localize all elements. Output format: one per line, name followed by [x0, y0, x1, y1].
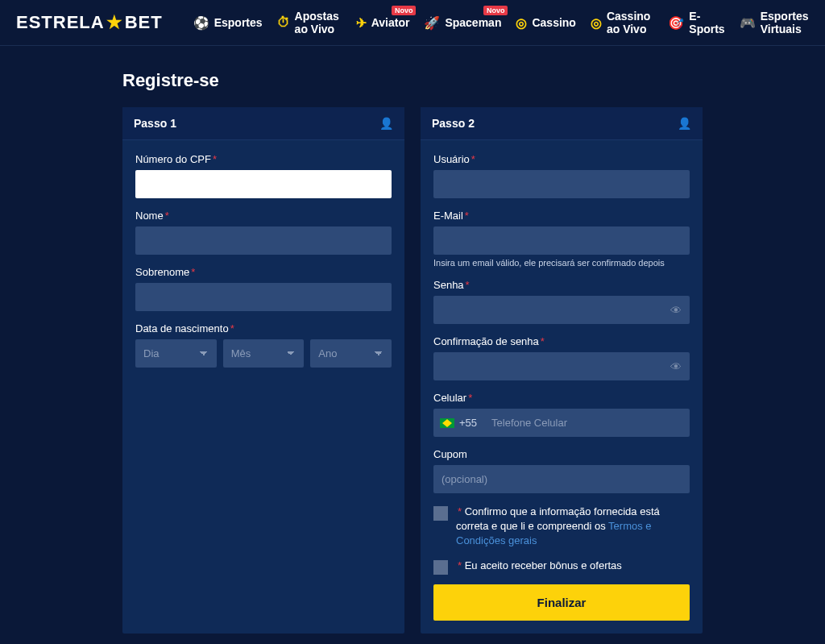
phone-code: +55 [459, 417, 477, 429]
flag-br-icon [440, 418, 454, 428]
phone-label: Celular* [433, 392, 690, 404]
nav-label: Esportes [214, 16, 263, 29]
bonus-text: * Eu aceito receber bônus e ofertas [456, 559, 622, 575]
clock-icon: ⏱ [277, 15, 290, 30]
name-input[interactable] [135, 226, 392, 255]
nav-virtuais[interactable]: 🎮 Esportes Virtuais [740, 10, 809, 35]
soccer-icon: ⚽ [193, 15, 209, 31]
required-asterisk: * [458, 505, 462, 517]
nav-esportes[interactable]: ⚽ Esportes [193, 15, 263, 31]
confirm-password-input[interactable] [433, 352, 690, 380]
nav-label: Spaceman [445, 16, 501, 29]
cpf-label: Número do CPF* [135, 153, 392, 165]
required-asterisk: * [468, 392, 472, 404]
terms-checkbox[interactable] [433, 506, 448, 521]
navbar: ESTRELA ★ BET ⚽ Esportes ⏱ Apostas ao Vi… [0, 0, 825, 46]
dob-label: Data de nascimento* [135, 322, 392, 334]
rocket-icon: 🚀 [424, 15, 440, 31]
email-hint: Insira um email válido, ele precisará se… [433, 258, 690, 268]
surname-input[interactable] [135, 283, 392, 311]
month-select[interactable]: Mês [223, 339, 305, 368]
target-icon: ◎ [591, 15, 602, 31]
name-label: Nome* [135, 210, 392, 222]
panel-step2: Passo 2 👤 Usuário* E-Mail* Insira um ema… [421, 107, 703, 634]
cpf-input[interactable] [135, 170, 392, 198]
required-asterisk: * [191, 266, 195, 278]
plane-icon: ✈ [356, 15, 367, 31]
phone-input[interactable] [483, 409, 690, 437]
gamepad-icon: 🎮 [740, 15, 756, 31]
nav-aviator[interactable]: ✈ Aviator Novo [356, 15, 410, 31]
required-asterisk: * [466, 279, 470, 291]
nav-spaceman[interactable]: 🚀 Spaceman Novo [424, 15, 501, 31]
user-label: Usuário* [433, 153, 690, 165]
password-label: Senha* [433, 279, 690, 291]
badge-novo: Novo [483, 6, 508, 15]
nav-label: Cassino [532, 16, 575, 29]
phone-prefix[interactable]: +55 [433, 409, 483, 437]
badge-novo: Novo [392, 6, 417, 15]
nav-label: Apostas ao Vivo [295, 10, 342, 35]
panel-title: Passo 1 [134, 117, 176, 130]
day-select[interactable]: Dia [135, 339, 217, 368]
bonus-checkbox[interactable] [433, 560, 448, 575]
nav-label: Aviator [371, 16, 410, 29]
coupon-input[interactable] [433, 465, 690, 493]
panel-title: Passo 2 [432, 117, 475, 130]
panel-header-2: Passo 2 👤 [421, 107, 703, 140]
required-asterisk: * [541, 335, 545, 347]
panel-header-1: Passo 1 👤 [122, 107, 404, 140]
panel-step1: Passo 1 👤 Número do CPF* Nome* [122, 107, 404, 634]
required-asterisk: * [458, 559, 462, 571]
target-icon: ◎ [516, 15, 527, 31]
year-select[interactable]: Ano [310, 339, 392, 368]
nav-esports[interactable]: 🎯 E-Sports [668, 10, 724, 35]
required-asterisk: * [471, 153, 475, 165]
required-asterisk: * [165, 210, 169, 222]
logo-text-2: BET [125, 12, 163, 33]
logo-text-1: ESTRELA [16, 12, 105, 33]
email-input[interactable] [433, 226, 690, 255]
email-label: E-Mail* [433, 210, 690, 222]
eye-icon[interactable]: 👁 [670, 304, 682, 317]
surname-label: Sobrenome* [135, 266, 392, 278]
user-icon: 👤 [379, 117, 393, 130]
nav-label: E-Sports [689, 10, 724, 35]
password-input[interactable] [433, 296, 690, 324]
required-asterisk: * [465, 210, 469, 222]
required-asterisk: * [230, 322, 234, 334]
esports-icon: 🎯 [668, 15, 684, 31]
logo[interactable]: ESTRELA ★ BET [16, 12, 163, 33]
nav-label: Cassino ao Vivo [607, 10, 653, 35]
submit-button[interactable]: Finalizar [433, 584, 690, 621]
confirm-password-label: Confirmação de senha* [433, 335, 690, 347]
page-title: Registre-se [122, 70, 703, 91]
coupon-label: Cupom [433, 448, 690, 460]
nav-cassino[interactable]: ◎ Cassino [516, 15, 575, 31]
eye-icon[interactable]: 👁 [670, 360, 682, 373]
user-icon: 👤 [678, 117, 691, 130]
nav-label: Esportes Virtuais [761, 10, 809, 35]
user-input[interactable] [433, 170, 690, 198]
star-icon: ★ [106, 12, 123, 33]
nav-apostas-vivo[interactable]: ⏱ Apostas ao Vivo [277, 10, 342, 35]
required-asterisk: * [213, 153, 217, 165]
nav-cassino-vivo[interactable]: ◎ Cassino ao Vivo [591, 10, 653, 35]
terms-text: * Confirmo que a informação fornecida es… [456, 505, 690, 549]
